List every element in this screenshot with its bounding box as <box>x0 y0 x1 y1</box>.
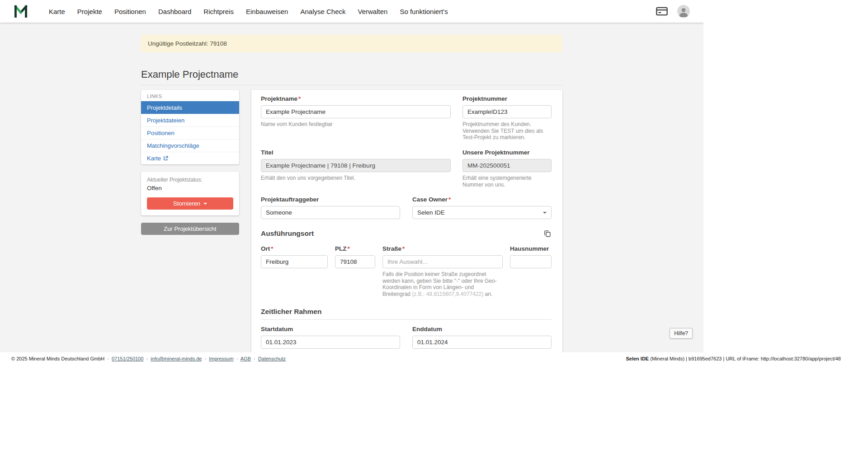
projektname-input[interactable] <box>261 105 451 118</box>
projektname-helper: Name vom Kunden festlegbar <box>261 121 451 128</box>
zeitlicher-rahmen-section: Zeitlicher Rahmen Startdatum Enddatum <box>261 308 552 349</box>
projektauftraggeber-input[interactable] <box>261 206 400 219</box>
links-card-header: LINKS <box>141 90 239 101</box>
sidebar-item-label: Projektdetails <box>147 104 182 111</box>
hausnummer-label: Hausnummer <box>510 245 552 252</box>
plz-group: PLZ* <box>335 245 375 298</box>
page-container: Ungültige Postleitzahl: 79108 Example Pr… <box>141 35 562 352</box>
sidebar-item-matchingvorschlaege[interactable]: Matchingvorschläge <box>141 139 239 152</box>
required-marker: * <box>271 245 273 252</box>
agb-link[interactable]: AGB <box>241 356 251 361</box>
sidebar-item-karte[interactable]: Karte <box>141 152 239 164</box>
enddatum-input[interactable] <box>412 336 552 349</box>
unsere-projektnummer-helper: Erhält eine systemgenerierte Nummer von … <box>462 175 552 188</box>
email-link[interactable]: info@mineral-minds.de <box>151 356 202 361</box>
nav-item-dashboard[interactable]: Dashboard <box>158 8 191 15</box>
nav-item-analyse-check[interactable]: Analyse Check <box>300 8 345 15</box>
required-marker: * <box>298 95 301 102</box>
nav-item-verwalten[interactable]: Verwalten <box>358 8 388 15</box>
form-row-1: Projektname* Name vom Kunden festlegbar … <box>261 95 552 141</box>
invalid-postcode-alert: Ungültige Postleitzahl: 79108 <box>141 35 562 52</box>
datenschutz-link[interactable]: Datenschutz <box>258 356 286 361</box>
user-avatar-icon[interactable] <box>677 5 690 18</box>
nav-right-icons <box>656 5 690 18</box>
case-owner-value: Selen IDE <box>417 209 445 216</box>
startdatum-label: Startdatum <box>261 326 400 332</box>
zeitlicher-rahmen-title: Zeitlicher Rahmen <box>261 308 552 316</box>
enddatum-group: Enddatum <box>412 326 552 349</box>
nav-item-positionen[interactable]: Positionen <box>114 8 146 15</box>
copy-icon <box>543 229 552 238</box>
nav-item-einbauweisen[interactable]: Einbauweisen <box>246 8 288 15</box>
caret-down-icon <box>203 203 207 205</box>
sidebar-item-label: Karte <box>147 155 161 162</box>
separator: · <box>204 356 206 361</box>
sidebar-links: Projektdetails Projektdateien Positionen… <box>141 101 239 164</box>
projektauftraggeber-group: Projektauftraggeber <box>261 196 400 219</box>
enddatum-label: Enddatum <box>412 326 552 332</box>
ausfuehrungsort-section-header: Ausführungsort <box>261 229 552 238</box>
plz-label: PLZ* <box>335 245 375 252</box>
unsere-projektnummer-label: Unsere Projektnummer <box>462 149 552 156</box>
strasse-group: Straße* Falls die Position keiner Straße… <box>382 245 503 298</box>
required-marker: * <box>448 196 451 203</box>
form-row-5: Startdatum Enddatum <box>261 326 552 349</box>
footer-session-info: (Mineral Minds) | b91695ed7623 | URL of … <box>649 356 841 361</box>
content-row: LINKS Projektdetails Projektdateien Posi… <box>141 90 562 352</box>
mineral-minds-logo-icon[interactable] <box>14 4 28 19</box>
case-owner-label: Case Owner* <box>412 196 552 203</box>
links-card: LINKS Projektdetails Projektdateien Posi… <box>141 90 239 164</box>
strasse-input[interactable] <box>382 255 503 268</box>
plz-input[interactable] <box>335 255 375 268</box>
hausnummer-input[interactable] <box>510 255 552 268</box>
page-title: Example Projectname <box>141 69 562 80</box>
nav-item-projekte[interactable]: Projekte <box>77 8 102 15</box>
sidebar-item-projektdateien[interactable]: Projektdateien <box>141 114 239 126</box>
startdatum-input[interactable] <box>261 336 400 349</box>
case-owner-select[interactable]: Selen IDE <box>412 206 552 219</box>
separator: · <box>236 356 238 361</box>
sidebar-item-positionen[interactable]: Positionen <box>141 126 239 139</box>
status-label: Aktueller Projektstatus: <box>147 177 233 183</box>
ort-group: Ort* <box>261 245 328 298</box>
projektauftraggeber-label: Projektauftraggeber <box>261 196 400 203</box>
caret-down-icon <box>543 212 547 214</box>
ort-label: Ort* <box>261 245 328 252</box>
card-icon[interactable] <box>656 5 668 18</box>
sidebar-item-label: Matchingvorschläge <box>147 142 199 149</box>
titel-group: Titel Erhält den von uns vorgegebenen Ti… <box>261 149 451 188</box>
footer-user-name: Selen IDE <box>626 356 649 361</box>
projektnummer-input[interactable] <box>462 105 552 118</box>
strasse-label: Straße* <box>382 245 503 252</box>
required-marker: * <box>402 245 405 252</box>
titel-input <box>261 159 451 172</box>
stornieren-button[interactable]: Stornieren <box>147 197 233 210</box>
left-column: LINKS Projektdetails Projektdateien Posi… <box>141 90 239 235</box>
status-value: Offen <box>147 185 233 192</box>
copy-address-button[interactable] <box>543 229 552 238</box>
title-divider <box>141 85 562 85</box>
nav-item-richtpreis[interactable]: Richtpreis <box>203 8 234 15</box>
form-row-2: Titel Erhält den von uns vorgegebenen Ti… <box>261 149 552 188</box>
titel-label: Titel <box>261 149 451 156</box>
impressum-link[interactable]: Impressum <box>209 356 233 361</box>
ort-input[interactable] <box>261 255 328 268</box>
ausfuehrungsort-title: Ausführungsort <box>261 229 314 238</box>
required-marker: * <box>348 245 350 252</box>
startdatum-group: Startdatum <box>261 326 400 349</box>
stornieren-label: Stornieren <box>173 200 200 207</box>
top-navigation: Karte Projekte Positionen Dashboard Rich… <box>0 0 703 23</box>
help-button[interactable]: Hilfe? <box>670 328 693 339</box>
nav-item-karte[interactable]: Karte <box>49 8 65 15</box>
separator: · <box>146 356 148 361</box>
nav-item-so-funktionierts[interactable]: So funktioniert's <box>400 8 448 15</box>
external-link-icon <box>163 156 168 161</box>
phone-link[interactable]: 07151/250100 <box>112 356 143 361</box>
sidebar-item-projektdetails[interactable]: Projektdetails <box>141 101 239 114</box>
form-row-4: Ort* PLZ* Straße* <box>261 245 552 298</box>
projektname-group: Projektname* Name vom Kunden festlegbar <box>261 95 451 141</box>
alert-text: Ungültige Postleitzahl: 79108 <box>148 40 227 47</box>
separator: · <box>107 356 109 361</box>
sidebar-item-label: Projektdateien <box>147 117 184 124</box>
project-overview-button[interactable]: Zur Projektübersicht <box>141 223 239 235</box>
